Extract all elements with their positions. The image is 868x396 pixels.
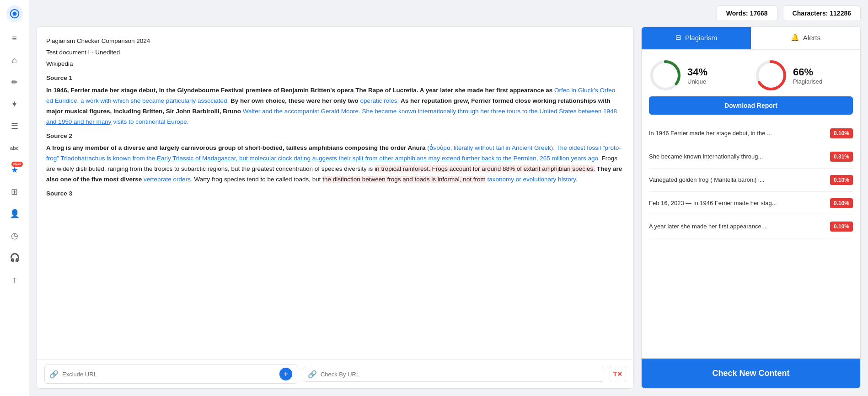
plagiarised-label: Plagiarised (793, 78, 822, 85)
result-item-4[interactable]: A year later she made her first appearan… (649, 215, 853, 238)
stats-row: 34% Unique 66% Plagiaris (642, 50, 860, 96)
plagiarism-tab-icon: ⊟ (675, 33, 681, 42)
plagiarism-tab-label: Plagiarism (685, 34, 717, 42)
sidebar-item-starred[interactable]: ★ New (5, 161, 24, 179)
source2-text3: Warty frog species tend to be called toa… (194, 176, 321, 183)
alerts-tab-icon: 🔔 (791, 33, 799, 42)
doc-subtitle: Test document I - Unedited (46, 48, 622, 58)
result-item-0[interactable]: In 1946 Ferrier made her stage debut, in… (649, 122, 853, 145)
unique-percent: 34% (687, 66, 707, 78)
panel-tabs: ⊟ Plagiarism 🔔 Alerts (642, 27, 860, 50)
plagiarised-percent: 66% (793, 66, 822, 78)
unique-stat: 34% Unique (649, 59, 747, 92)
result-item-3[interactable]: Feb 16, 2023 — In 1946 Ferrier made her … (649, 192, 853, 215)
result-item-2[interactable]: Variegated golden frog ( Mantella baroni… (649, 169, 853, 192)
document-panel: Plagiarism Checker Comparison 2024 Test … (37, 26, 634, 389)
download-report-button[interactable]: Download Report (649, 96, 853, 115)
format-button[interactable]: T✕ (610, 366, 626, 382)
sidebar-item-magic[interactable]: ✦ (5, 95, 24, 113)
main-area: Words: 17668 Characters: 112286 Plagiari… (29, 0, 868, 396)
source2-label: Source 2 (46, 131, 622, 142)
source1-link3[interactable]: Walter and the accompanist Gerald Moore.… (243, 108, 527, 115)
add-url-button[interactable]: + (279, 368, 292, 380)
source2-content: A frog is any member of a diverse and la… (46, 143, 622, 185)
check-new-content-button[interactable]: Check New Content (642, 359, 860, 388)
topbar: Words: 17668 Characters: 112286 (29, 0, 868, 26)
sidebar-item-template[interactable]: ⊞ (5, 183, 24, 201)
chars-value: 112286 (830, 10, 851, 17)
source1-content: In 1946, Ferrier made her stage debut, i… (46, 85, 622, 127)
sidebar-item-menu[interactable]: ≡ (5, 29, 24, 48)
results-list: In 1946 Ferrier made her stage debut, in… (642, 122, 860, 359)
sidebar-item-history[interactable]: ◷ (5, 227, 24, 245)
doc-title: Plagiarism Checker Comparison 2024 (46, 36, 622, 47)
words-value: 17668 (750, 10, 768, 17)
source2-highlight2: the distinction between frogs and toads … (322, 176, 485, 183)
source2-highlight1: in tropical rainforest. Frogs account fo… (375, 165, 595, 172)
source1-link4[interactable]: visits to continental Europe. (113, 118, 188, 125)
source2-link4[interactable]: taxonomy or evolutionary history. (488, 176, 578, 183)
tab-alerts[interactable]: 🔔 Alerts (751, 27, 860, 49)
result-badge-0: 0.10% (830, 128, 853, 138)
tab-plagiarism[interactable]: ⊟ Plagiarism (642, 27, 751, 49)
source3-label: Source 3 (46, 189, 622, 199)
unique-circle (649, 59, 682, 92)
result-badge-2: 0.10% (830, 175, 853, 185)
content-area: Plagiarism Checker Comparison 2024 Test … (29, 26, 868, 396)
svg-point-1 (12, 11, 16, 16)
sidebar-item-document[interactable]: ☰ (5, 117, 24, 135)
source1-label: Source 1 (46, 73, 622, 84)
plagiarised-circle (755, 59, 788, 92)
source1-link2[interactable]: operatic roles. (360, 97, 399, 104)
sidebar: ≡ ⌂ ✏ ✦ ☰ abc ★ New ⊞ 👤 ◷ 🎧 ↑ (0, 0, 29, 396)
doc-source-type: Wikipedia (46, 59, 622, 69)
source2-underline1: Early Triassic of Madagascar, but molecu… (157, 155, 512, 162)
chars-label: Characters: (793, 10, 828, 17)
sidebar-item-edit[interactable]: ✏ (5, 73, 24, 91)
app-logo[interactable] (6, 5, 23, 22)
sidebar-item-support[interactable]: 🎧 (5, 248, 24, 267)
right-panel: ⊟ Plagiarism 🔔 Alerts (641, 26, 861, 389)
unique-label: Unique (687, 78, 707, 85)
result-badge-3: 0.10% (830, 198, 853, 208)
words-label: Words: (726, 10, 748, 17)
check-url-input[interactable] (321, 371, 599, 378)
exclude-url-input[interactable] (62, 371, 276, 378)
source2-link3[interactable]: vertebrate orders. (144, 176, 193, 183)
result-item-1[interactable]: She became known internationally throug.… (649, 145, 853, 169)
new-badge: New (11, 162, 22, 167)
sidebar-item-upload[interactable]: ↑ (5, 270, 24, 289)
chars-stat: Characters: 112286 (783, 5, 861, 21)
sidebar-item-user[interactable]: 👤 (5, 205, 24, 223)
sidebar-item-home[interactable]: ⌂ (5, 51, 24, 69)
result-badge-4: 0.10% (830, 222, 853, 232)
exclude-url-wrapper: 🔗 + (44, 364, 297, 384)
result-badge-1: 0.31% (830, 152, 853, 162)
words-stat: Words: 17668 (717, 5, 777, 21)
check-link-icon: 🔗 (308, 370, 317, 379)
plagiarised-stat: 66% Plagiarised (755, 59, 853, 92)
sidebar-item-abc[interactable]: abc (5, 139, 24, 157)
check-url-wrapper: 🔗 (303, 367, 604, 382)
alerts-tab-label: Alerts (803, 34, 820, 42)
link-icon: 🔗 (49, 370, 59, 379)
document-scroll[interactable]: Plagiarism Checker Comparison 2024 Test … (37, 27, 633, 359)
doc-footer: 🔗 + 🔗 T✕ (37, 359, 633, 388)
source2-link2[interactable]: Permian, 265 million years ago. (514, 155, 600, 162)
